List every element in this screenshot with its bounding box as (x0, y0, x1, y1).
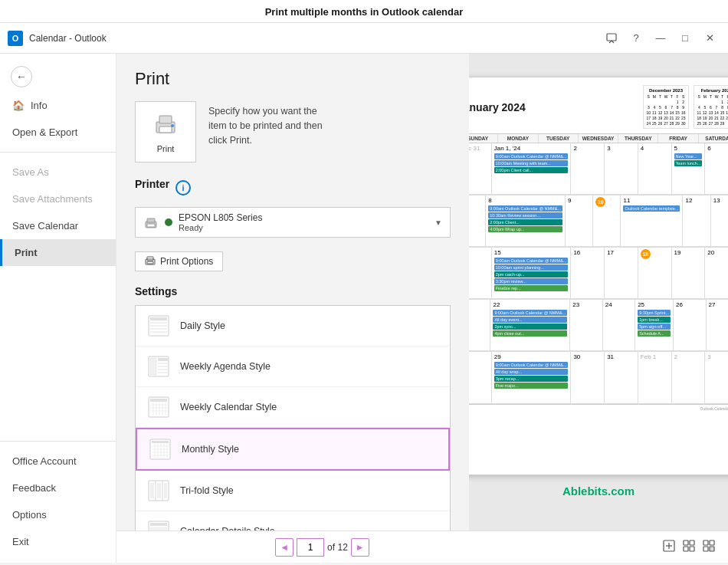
printer-select-dropdown[interactable]: EPSON L805 Series Ready ▼ (135, 207, 451, 238)
print-options-button[interactable]: Print Options (135, 251, 223, 271)
cal-cell-jan1: Jan 1, '24 9:00am Outlook Calendar @ NMM… (492, 143, 572, 195)
printer-name: EPSON L805 Series (179, 212, 428, 223)
app-icon: O (8, 31, 23, 46)
mini-months: December 2023 SMTWTFS 12 3456789 1011121… (643, 85, 728, 129)
zoom-actual-button[interactable] (702, 539, 716, 556)
svg-rect-64 (684, 547, 688, 551)
svg-rect-65 (690, 547, 694, 551)
cal-cell-jan18: 18 (638, 248, 672, 299)
page-of-label: of 12 (327, 542, 348, 553)
cal-cell-jan12: 12 (683, 195, 710, 247)
svg-rect-9 (147, 224, 155, 227)
monthly-style-label: Monthly Style (182, 444, 239, 455)
print-description: Specify how you want the item to be prin… (208, 101, 331, 147)
printer-icon (152, 111, 179, 141)
sidebar-item-options[interactable]: Options (0, 501, 116, 528)
printer-row: Printer i (135, 178, 451, 198)
cal-cell-jan16: 16 (571, 248, 605, 299)
day-header-wed: WEDNESDAY (579, 134, 618, 143)
svg-rect-54 (150, 523, 167, 526)
app-window: O Calendar - Outlook ? — □ ✕ ← (0, 23, 728, 563)
maximize-button[interactable]: □ (674, 28, 696, 49)
printer-status-dot (165, 218, 172, 226)
print-button[interactable]: Print (135, 101, 196, 163)
weekly-agenda-label: Weekly Agenda Style (180, 361, 271, 372)
svg-rect-17 (150, 328, 167, 330)
print-options-label: Print Options (160, 256, 213, 267)
sidebar-divider-bottom (0, 441, 116, 442)
settings-item-weekly-agenda[interactable]: Weekly Agenda Style (136, 347, 450, 387)
settings-item-weekly-calendar[interactable]: Weekly Calendar Style (136, 387, 450, 428)
settings-item-daily-style[interactable]: Daily Style (136, 306, 450, 347)
cal-cell-jan14: 14 (469, 248, 492, 299)
cal-cell-jan3: 3 (605, 143, 638, 195)
monthly-style-icon (148, 437, 172, 462)
right-preview-panel: January 2024 December 2023 SMTWTFS 12 34… (469, 54, 728, 531)
settings-item-monthly-style[interactable]: Monthly Style (136, 428, 450, 471)
svg-rect-12 (147, 261, 153, 264)
svg-rect-23 (158, 366, 168, 367)
cal-cell-jan30: 30 (571, 352, 605, 404)
zoom-page-button[interactable] (682, 539, 696, 556)
cal-cell-jan27: 27 (707, 300, 729, 351)
day-header-sun: SUNDAY (469, 134, 498, 143)
home-icon: 🏠 (12, 100, 25, 111)
day-header-fri: FRIDAY (658, 134, 698, 143)
svg-rect-27 (150, 399, 167, 402)
sidebar-item-print[interactable]: Print (0, 239, 116, 266)
sidebar-item-feedback[interactable]: Feedback (0, 475, 116, 501)
printer-section-title: Printer (135, 178, 169, 190)
weekly-agenda-icon (146, 354, 171, 379)
sidebar-item-office-account[interactable]: Office Account (0, 448, 116, 475)
svg-rect-50 (150, 483, 154, 498)
sidebar-item-save-calendar[interactable]: Save Calendar (0, 212, 116, 239)
bottom-bar: ◄ of 12 ► (116, 531, 728, 563)
trifold-label: Tri-fold Style (180, 485, 234, 496)
printer-select-inner: EPSON L805 Series Ready ▼ (143, 212, 442, 232)
prev-page-button[interactable]: ◄ (275, 538, 293, 557)
settings-item-trifold[interactable]: Tri-fold Style (136, 471, 450, 511)
svg-rect-4 (159, 116, 172, 123)
cal-cell-jan29: 29 9:00am Outlook Calendar @ NMM&... All… (492, 352, 572, 404)
window-chrome: O Calendar - Outlook ? — □ ✕ (0, 23, 728, 54)
zoom-fit-button[interactable] (662, 539, 676, 556)
calendar-month-title: January 2024 (469, 101, 526, 113)
settings-item-calendar-details[interactable]: Calendar Details Style (136, 511, 450, 531)
printer-dropdown-arrow: ▼ (435, 218, 442, 227)
print-button-label: Print (157, 144, 175, 153)
settings-section-title: Settings (135, 285, 451, 297)
minimize-button[interactable]: — (650, 28, 671, 49)
cal-cell-jan15: 15 9:00am Outlook Calendar @ NMM&... 10:… (492, 248, 572, 299)
settings-list: Daily Style (135, 305, 451, 531)
cal-cell-jan20: 20 (705, 248, 728, 299)
daily-style-label: Daily Style (180, 320, 225, 331)
help-button[interactable]: ? (625, 28, 647, 49)
svg-rect-51 (157, 483, 161, 498)
sidebar-item-open-export[interactable]: Open & Export (0, 119, 116, 146)
printer-small-icon (143, 215, 159, 230)
page-number-input[interactable] (297, 538, 324, 557)
close-button[interactable]: ✕ (699, 28, 720, 49)
feedback-button[interactable] (601, 28, 622, 49)
bottom-right-icons (662, 539, 716, 556)
svg-rect-15 (150, 322, 167, 324)
svg-rect-8 (147, 218, 155, 222)
svg-point-6 (171, 124, 174, 127)
weekly-calendar-icon (146, 395, 171, 419)
back-button[interactable]: ← (0, 61, 116, 92)
cal-cell-feb1: Feb 1 (638, 352, 672, 404)
cal-cell-jan5: 5 New Year... Team lunch... (672, 143, 706, 195)
calendar-header: January 2024 December 2023 SMTWTFS 12 34… (469, 85, 728, 129)
sidebar-bottom: Office Account Feedback Options Exit (0, 435, 116, 563)
next-page-button[interactable]: ► (351, 538, 369, 557)
printer-info-icon[interactable]: i (175, 180, 191, 195)
content-area: Print Prin (116, 54, 728, 563)
window-controls: ? — □ ✕ (601, 28, 720, 49)
printer-status: Ready (179, 223, 428, 232)
sidebar-item-exit[interactable]: Exit (0, 528, 116, 555)
cal-cell-jan7: 7 (469, 195, 486, 247)
cal-cell-jan13: 13 (711, 195, 728, 247)
cal-cell-jan8: 8 9:00am Outlook Calendar @ NMM&... 10:3… (486, 195, 566, 247)
sidebar-item-info[interactable]: 🏠 Info (0, 92, 116, 119)
cal-cell-jan6: 6 (705, 143, 728, 195)
